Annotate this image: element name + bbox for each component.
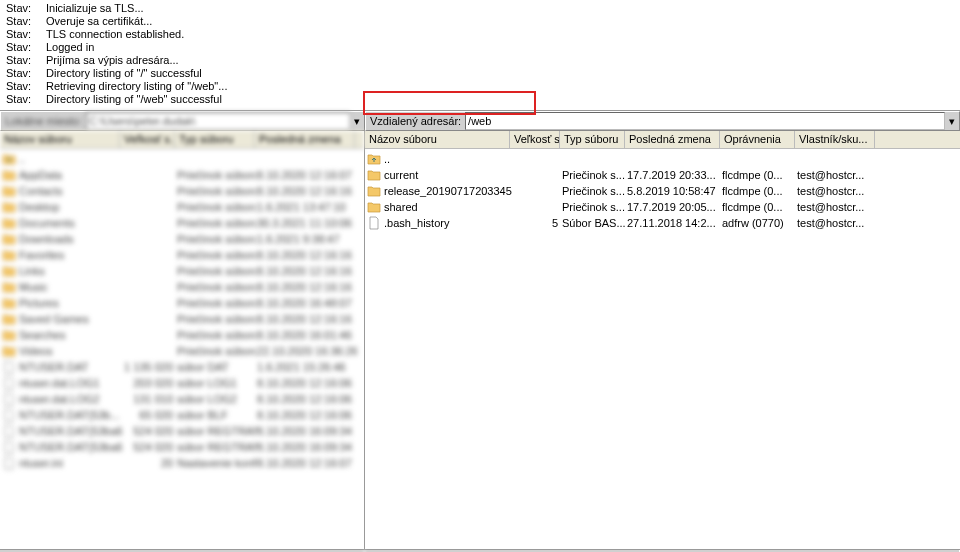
list-item[interactable]: sharedPriečinok s...17.7.2019 20:05...fl… xyxy=(365,199,960,215)
remote-columns[interactable]: Názov súboruVeľkosť s...Typ súboruPosled… xyxy=(365,131,960,149)
item-name: Documents xyxy=(19,215,75,231)
list-item[interactable]: release_20190717203345Priečinok s...5.8.… xyxy=(365,183,960,199)
folder-icon xyxy=(2,216,16,230)
folder-icon xyxy=(2,232,16,246)
folder-icon xyxy=(367,168,381,182)
item-type: Priečinok s... xyxy=(562,167,627,183)
list-item[interactable]: .. xyxy=(0,151,364,167)
item-name: Favorites xyxy=(19,247,64,263)
folder-icon xyxy=(2,344,16,358)
item-type: súbor LOG1 xyxy=(177,375,257,391)
item-name: Music xyxy=(19,279,48,295)
column-header[interactable]: Názov súboru xyxy=(365,131,510,148)
file-icon xyxy=(2,440,16,454)
list-item[interactable]: .. xyxy=(365,151,960,167)
log-line: Stav:Overuje sa certifikát... xyxy=(6,15,954,28)
list-item[interactable]: VideosPriečinok súborov22.10.2020 16:36:… xyxy=(0,343,364,359)
up-folder-icon xyxy=(2,152,16,166)
column-header[interactable]: Veľkosť s... xyxy=(120,131,175,148)
item-mod: 1.6.2021 9:38:47 xyxy=(257,231,357,247)
column-header[interactable]: Vlastník/sku... xyxy=(795,131,875,148)
list-item[interactable]: PicturesPriečinok súborov8.10.2020 16:48… xyxy=(0,295,364,311)
item-name: AppData xyxy=(19,167,62,183)
item-name: Pictures xyxy=(19,295,59,311)
list-item[interactable]: ContactsPriečinok súborov8.10.2020 12:16… xyxy=(0,183,364,199)
list-item[interactable]: SearchesPriečinok súborov8.10.2020 16:01… xyxy=(0,327,364,343)
column-header[interactable]: Veľkosť s... xyxy=(510,131,560,148)
log-message: Retrieving directory listing of "/web"..… xyxy=(46,80,227,93)
list-item[interactable]: NTUSER.DAT{53ba699b-C...524 020súbor REG… xyxy=(0,423,364,439)
column-header[interactable]: Posledná zmena xyxy=(255,131,355,148)
column-header[interactable]: Posledná zmena xyxy=(625,131,720,148)
column-header[interactable]: Typ súboru xyxy=(175,131,255,148)
folder-icon xyxy=(2,168,16,182)
item-type: Priečinok súborov xyxy=(177,231,257,247)
log-message: Prijíma sa výpis adresára... xyxy=(46,54,179,67)
list-item[interactable]: DesktopPriečinok súborov1.6.2021 13:47:1… xyxy=(0,199,364,215)
item-type: Priečinok súborov xyxy=(177,343,257,359)
item-mod: 8.10.2020 12:16:06 xyxy=(257,375,357,391)
list-item[interactable]: .bash_history5Súbor BAS...27.11.2018 14:… xyxy=(365,215,960,231)
remote-file-list[interactable]: ..currentPriečinok s...17.7.2019 20:33..… xyxy=(365,149,960,549)
item-name: Links xyxy=(19,263,45,279)
item-mod: 22.10.2020 16:36:26 xyxy=(257,343,357,359)
local-columns[interactable]: Názov súboruVeľkosť s...Typ súboruPosled… xyxy=(0,131,364,149)
remote-pane: Názov súboruVeľkosť s...Typ súboruPosled… xyxy=(365,131,960,549)
chevron-down-icon[interactable]: ▾ xyxy=(945,115,959,128)
list-item[interactable]: MusicPriečinok súborov8.10.2020 12:16:16 xyxy=(0,279,364,295)
remote-address-input[interactable] xyxy=(465,112,945,130)
item-name: Saved Games xyxy=(19,311,89,327)
list-item[interactable]: DocumentsPriečinok súborov30.3.2021 11:1… xyxy=(0,215,364,231)
list-item[interactable]: NTUSER.DAT{53ba699b-C...524 020súbor REG… xyxy=(0,439,364,455)
file-icon xyxy=(2,424,16,438)
chevron-down-icon[interactable]: ▾ xyxy=(350,115,364,128)
list-item[interactable]: AppDataPriečinok súborov8.10.2020 12:16:… xyxy=(0,167,364,183)
folder-icon xyxy=(2,184,16,198)
item-size: 65 020 xyxy=(122,407,177,423)
list-item[interactable]: DownloadsPriečinok súborov1.6.2021 9:38:… xyxy=(0,231,364,247)
log-label: Stav: xyxy=(6,28,46,41)
item-type: Priečinok súborov xyxy=(177,167,257,183)
folder-icon xyxy=(2,296,16,310)
item-own: test@hostcr... xyxy=(797,215,877,231)
item-name: Videos xyxy=(19,343,52,359)
remote-address-cell: Vzdialený adresár: ▾ xyxy=(365,111,960,131)
item-perm: flcdmpe (0... xyxy=(722,199,797,215)
item-size xyxy=(122,263,177,279)
log-label: Stav: xyxy=(6,80,46,93)
item-size xyxy=(122,295,177,311)
item-name: current xyxy=(384,167,418,183)
local-file-list[interactable]: ..AppDataPriečinok súborov8.10.2020 12:1… xyxy=(0,149,364,549)
item-type: Súbor BAS... xyxy=(562,215,627,231)
item-type: Priečinok súborov xyxy=(177,263,257,279)
list-item[interactable]: FavoritesPriečinok súborov8.10.2020 12:1… xyxy=(0,247,364,263)
item-own xyxy=(797,151,877,167)
item-size xyxy=(512,167,562,183)
item-mod: 8.10.2020 16:09:34 xyxy=(257,439,357,455)
column-header[interactable]: Názov súboru xyxy=(0,131,120,148)
item-name: Desktop xyxy=(19,199,59,215)
item-size xyxy=(512,199,562,215)
file-icon xyxy=(367,216,381,230)
list-item[interactable]: ntuser.dat.LOG2131 010súbor LOG28.10.202… xyxy=(0,391,364,407)
list-item[interactable]: currentPriečinok s...17.7.2019 20:33...f… xyxy=(365,167,960,183)
list-item[interactable]: ntuser.dat.LOG1203 020súbor LOG18.10.202… xyxy=(0,375,364,391)
list-item[interactable]: NTUSER.DAT1 135 020súbor DAT1.6.2021 15:… xyxy=(0,359,364,375)
list-item[interactable]: NTUSER.DAT{53b...65 020súbor BLF8.10.202… xyxy=(0,407,364,423)
item-size xyxy=(122,231,177,247)
item-mod: 17.7.2019 20:33... xyxy=(627,167,722,183)
item-mod: 8.10.2020 12:16:06 xyxy=(257,407,357,423)
item-perm: adfrw (0770) xyxy=(722,215,797,231)
item-type: súbor LOG2 xyxy=(177,391,257,407)
log-line: Stav:Retrieving directory listing of "/w… xyxy=(6,80,954,93)
column-header[interactable]: Oprávnenia xyxy=(720,131,795,148)
list-item[interactable]: LinksPriečinok súborov8.10.2020 12:16:16 xyxy=(0,263,364,279)
list-item[interactable]: Saved GamesPriečinok súborov8.10.2020 12… xyxy=(0,311,364,327)
item-mod: 8.10.2020 16:09:34 xyxy=(257,423,357,439)
item-name: release_20190717203345 xyxy=(384,183,512,199)
local-address-input[interactable] xyxy=(86,112,350,130)
item-mod xyxy=(627,151,722,167)
column-header[interactable]: Typ súboru xyxy=(560,131,625,148)
list-item[interactable]: ntuser.ini20Nastavenie konfig...8.10.202… xyxy=(0,455,364,471)
item-size: 1 135 020 xyxy=(122,359,177,375)
